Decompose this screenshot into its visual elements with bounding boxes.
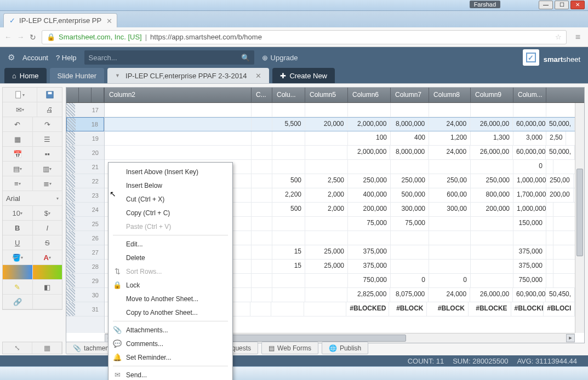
cell[interactable] xyxy=(429,245,471,259)
bottom-button[interactable]: 🌐Publish xyxy=(322,342,368,354)
cell[interactable]: 26,000,00 xyxy=(470,118,513,131)
context-menu-item[interactable]: ✉Send... xyxy=(109,368,232,380)
cell[interactable]: 150,000 xyxy=(513,217,546,231)
cell[interactable] xyxy=(272,103,305,117)
toolbar-indent-icon[interactable]: ☰ xyxy=(33,132,62,146)
context-menu-item[interactable]: 📎Attachments... xyxy=(109,323,232,337)
cell[interactable] xyxy=(252,188,272,202)
toolbar-highlighter-icon[interactable]: ✎ xyxy=(3,280,33,294)
toolbar-outdent-button[interactable]: ▤▾ xyxy=(3,162,33,176)
cell[interactable]: 600,00 xyxy=(429,188,471,202)
cell[interactable] xyxy=(272,217,305,231)
cell[interactable]: 500,000 xyxy=(391,188,429,202)
tab-create-new[interactable]: ✚ Create New xyxy=(272,68,335,83)
cell[interactable]: 100 xyxy=(348,131,391,145)
table-row[interactable]: 5,50020,0002,000,0008,000,00024,00026,00… xyxy=(105,117,575,131)
reload-button[interactable]: ↻ xyxy=(30,33,36,42)
row-header[interactable]: 18▾ xyxy=(66,117,104,131)
context-menu-item[interactable]: Copy (Ctrl + C) xyxy=(109,206,232,220)
cell[interactable] xyxy=(271,302,304,316)
cell[interactable] xyxy=(305,274,348,287)
cell[interactable] xyxy=(105,103,252,117)
toolbar-format-button[interactable]: $▾ xyxy=(33,206,62,220)
cell[interactable] xyxy=(105,131,252,145)
cell[interactable] xyxy=(252,217,272,231)
cell[interactable] xyxy=(304,302,347,316)
maximize-button[interactable]: ☐ xyxy=(555,1,569,9)
row-header[interactable]: 27 xyxy=(66,245,104,260)
cell[interactable]: 50,450, xyxy=(546,288,575,302)
row-header[interactable]: 31 xyxy=(66,302,104,316)
gear-icon[interactable]: ⚙ xyxy=(8,53,15,62)
row-header[interactable]: 29 xyxy=(66,274,104,288)
cell[interactable] xyxy=(252,146,272,159)
row-header[interactable]: 17 xyxy=(66,103,104,117)
cell[interactable]: 1,000,000 xyxy=(513,203,546,216)
cell[interactable] xyxy=(252,288,272,302)
cell[interactable]: 20,000 xyxy=(305,118,348,131)
cell[interactable]: 250,000 xyxy=(391,174,429,188)
close-button[interactable]: ✕ xyxy=(570,1,585,9)
cell[interactable] xyxy=(252,260,272,273)
cell[interactable]: #BLOCKED xyxy=(346,302,389,316)
cell[interactable]: 60,900,000 xyxy=(513,288,546,302)
column-header[interactable]: Colum... xyxy=(513,88,546,102)
cell[interactable] xyxy=(105,146,252,159)
context-menu-item[interactable]: Insert Above (Insert Key) xyxy=(109,165,232,179)
cell[interactable] xyxy=(429,103,471,117)
row-header[interactable]: 21 xyxy=(66,160,104,174)
cell[interactable] xyxy=(305,103,348,117)
cell[interactable]: 25,000 xyxy=(305,260,348,273)
minimize-button[interactable]: — xyxy=(539,1,553,9)
cell[interactable]: 2,000,000 xyxy=(347,146,390,159)
cell[interactable] xyxy=(471,103,513,117)
toolbar-clear-icon[interactable]: ◧ xyxy=(33,280,62,294)
cell[interactable]: 2,500 xyxy=(305,174,348,188)
row-header[interactable]: 26 xyxy=(66,231,104,245)
cell[interactable]: 2,000 xyxy=(305,188,348,202)
row-header[interactable]: 19 xyxy=(66,131,104,146)
cell[interactable] xyxy=(429,160,471,174)
cell[interactable]: 2,50 xyxy=(546,131,566,145)
expand-icon[interactable]: ⤡ xyxy=(3,342,32,354)
toolbar-save-button[interactable] xyxy=(37,88,62,102)
back-button[interactable]: ← xyxy=(4,33,12,41)
browser-tab[interactable]: ✓ IP-LEP CLF,enterprise PP ✕ xyxy=(3,13,117,27)
cell[interactable] xyxy=(105,118,252,131)
text-color-button[interactable]: A▾ xyxy=(33,250,62,264)
row-header[interactable]: 23 xyxy=(66,188,104,203)
context-menu-item[interactable]: Delete xyxy=(109,251,232,264)
toolbar-conditional-icon[interactable] xyxy=(3,265,33,279)
context-menu-item[interactable]: 🔔Set Reminder... xyxy=(109,350,232,364)
bottom-button[interactable]: ▤Web Forms xyxy=(261,342,318,354)
cell[interactable]: 24,000 xyxy=(429,146,470,159)
cell[interactable] xyxy=(348,160,391,174)
cell[interactable]: #BLOCK xyxy=(389,302,427,316)
cell[interactable] xyxy=(348,103,391,117)
cell[interactable]: 5,500 xyxy=(272,118,305,131)
cell[interactable] xyxy=(252,231,272,245)
cell[interactable]: 8,000,000 xyxy=(390,118,429,131)
cell[interactable]: 1,000,000 xyxy=(513,174,546,188)
cell[interactable] xyxy=(272,274,305,287)
cell[interactable] xyxy=(471,260,513,273)
cell[interactable]: 800,000 xyxy=(471,188,513,202)
toolbar-link-icon[interactable]: 🔗 xyxy=(3,295,33,309)
context-menu-item[interactable]: Copy to Another Sheet... xyxy=(109,306,232,319)
cell[interactable] xyxy=(546,260,553,273)
cell[interactable]: 24,000 xyxy=(429,118,470,131)
cell[interactable]: #BLOCK xyxy=(427,302,469,316)
cell[interactable] xyxy=(471,231,513,245)
cell[interactable]: 26,000,00 xyxy=(470,288,513,302)
cell[interactable]: 2,000 xyxy=(305,203,348,216)
cell[interactable]: 250,000 xyxy=(471,174,513,188)
grid-corner-icon[interactable]: ▦ xyxy=(32,342,62,354)
cell[interactable]: 0 xyxy=(391,274,429,287)
underline-button[interactable]: U xyxy=(3,235,33,250)
cell[interactable] xyxy=(272,288,305,302)
cell[interactable] xyxy=(252,174,272,188)
cell[interactable] xyxy=(429,231,471,245)
cell[interactable]: 50,000, xyxy=(546,118,575,131)
cell[interactable] xyxy=(252,118,272,131)
search-icon[interactable]: 🔍 xyxy=(241,54,250,62)
